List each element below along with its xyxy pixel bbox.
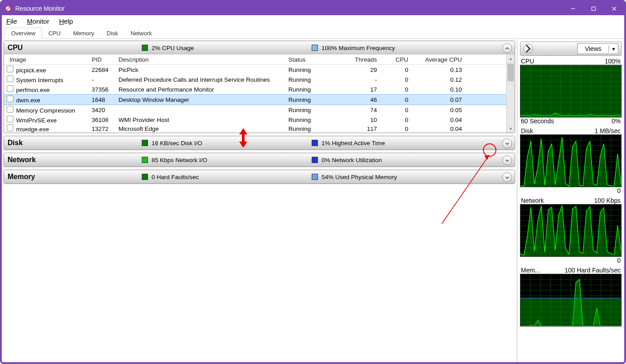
tab-overview[interactable]: Overview bbox=[4, 28, 42, 39]
tab-memory[interactable]: Memory bbox=[67, 28, 101, 38]
disk-chart-block: Disk1 MB/sec 0 bbox=[520, 127, 622, 194]
row-checkbox[interactable] bbox=[7, 96, 13, 102]
collapse-cpu-button[interactable] bbox=[502, 43, 512, 53]
row-checkbox[interactable] bbox=[7, 125, 13, 131]
process-table-header[interactable]: Image PID Description Status Threads CPU… bbox=[4, 54, 506, 65]
tab-disk[interactable]: Disk bbox=[101, 28, 124, 38]
col-avgcpu[interactable]: Average CPU bbox=[414, 56, 467, 63]
expand-disk-button[interactable] bbox=[502, 138, 512, 148]
col-threads[interactable]: Threads bbox=[338, 56, 382, 63]
disk-chart bbox=[520, 134, 622, 187]
row-checkbox[interactable] bbox=[7, 106, 13, 113]
tab-cpu[interactable]: CPU bbox=[42, 28, 67, 38]
process-row[interactable]: Memory Compression3420Running7400.05 bbox=[4, 105, 506, 115]
cpu-section-title: CPU bbox=[8, 44, 142, 52]
network-section-header[interactable]: Network 85 Kbps Network I/O 0% Network U… bbox=[4, 153, 515, 167]
disk-chart-title: Disk bbox=[521, 127, 533, 134]
net-chart-title: Network bbox=[521, 197, 544, 204]
col-image[interactable]: Image bbox=[9, 56, 26, 63]
process-row[interactable]: picpick.exe22684PicPickRunning2900.13 bbox=[4, 65, 506, 75]
menu-monitor[interactable]: Monitor bbox=[25, 17, 51, 26]
process-row[interactable]: WmiPrvSE.exe36108WMI Provider HostRunnin… bbox=[4, 115, 506, 125]
cpu-section: CPU 2% CPU Usage 100% Maximum Frequency … bbox=[4, 41, 515, 133]
network-chart bbox=[520, 204, 622, 257]
process-row[interactable]: dwm.exe1648Desktop Window ManagerRunning… bbox=[4, 94, 506, 105]
row-checkbox[interactable] bbox=[7, 66, 13, 72]
network-chart-block: Network100 Kbps 0 bbox=[520, 197, 622, 264]
minimize-button[interactable] bbox=[563, 2, 583, 15]
disk-section-header[interactable]: Disk 16 KB/sec Disk I/O 1% Highest Activ… bbox=[4, 136, 515, 150]
disk-section: Disk 16 KB/sec Disk I/O 1% Highest Activ… bbox=[4, 136, 515, 150]
main-panel: CPU 2% CPU Usage 100% Maximum Frequency … bbox=[2, 39, 517, 362]
memory-section-header[interactable]: Memory 0 Hard Faults/sec 54% Used Physic… bbox=[4, 170, 515, 184]
memory-section: Memory 0 Hard Faults/sec 54% Used Physic… bbox=[4, 170, 515, 184]
net-chart-max: 100 Kbps bbox=[594, 197, 621, 204]
process-table: Image PID Description Status Threads CPU… bbox=[4, 54, 506, 133]
tab-network[interactable]: Network bbox=[124, 28, 158, 38]
window-title: Resource Monitor bbox=[15, 5, 65, 12]
disk-io-stat: 16 KB/sec Disk I/O bbox=[142, 140, 312, 146]
scroll-up-button[interactable]: ▴ bbox=[507, 54, 515, 63]
sidebar-top-bar: Views ▾ bbox=[520, 42, 622, 56]
menu-file[interactable]: File bbox=[4, 17, 19, 26]
app-icon bbox=[4, 5, 12, 12]
cpu-chart-max: 100% bbox=[605, 58, 621, 65]
row-checkbox[interactable] bbox=[7, 75, 13, 82]
svg-rect-3 bbox=[592, 7, 595, 10]
memory-section-title: Memory bbox=[8, 173, 142, 181]
resource-monitor-window: Resource Monitor File Monitor Help Overv… bbox=[0, 0, 626, 364]
col-desc[interactable]: Description bbox=[118, 56, 288, 63]
chevron-down-icon: ▾ bbox=[609, 46, 618, 52]
disk-active-stat: 1% Highest Active Time bbox=[312, 140, 385, 146]
net-chart-zero: 0 bbox=[617, 257, 621, 264]
xaxis-label: 60 Seconds bbox=[521, 117, 554, 125]
cpu-chart bbox=[520, 65, 622, 117]
memory-chart bbox=[520, 274, 622, 326]
tab-bar: Overview CPU Memory Disk Network bbox=[2, 27, 624, 39]
close-button[interactable] bbox=[604, 2, 624, 15]
views-dropdown[interactable]: Views ▾ bbox=[577, 43, 618, 54]
expand-memory-button[interactable] bbox=[502, 172, 512, 182]
mem-used-stat: 54% Used Physical Memory bbox=[312, 174, 397, 180]
disk-chart-zero: 0 bbox=[617, 187, 621, 194]
cpu-usage-stat: 2% CPU Usage bbox=[142, 45, 312, 51]
cpu-chart-block: CPU100% 60 Seconds0% bbox=[520, 58, 622, 125]
titlebar[interactable]: Resource Monitor bbox=[2, 2, 624, 15]
col-pid[interactable]: PID bbox=[92, 56, 118, 63]
process-row[interactable]: System Interrupts-Deferred Procedure Cal… bbox=[4, 75, 506, 84]
network-section-title: Network bbox=[8, 156, 142, 164]
expand-network-button[interactable] bbox=[502, 155, 512, 165]
mem-faults-stat: 0 Hard Faults/sec bbox=[142, 174, 312, 180]
sidebar-nav-button[interactable] bbox=[523, 44, 533, 54]
process-row[interactable]: perfmon.exe37356Resource and Performance… bbox=[4, 84, 506, 94]
views-label: Views bbox=[578, 45, 609, 52]
cpu-section-header[interactable]: CPU 2% CPU Usage 100% Maximum Frequency bbox=[4, 41, 515, 54]
menu-help[interactable]: Help bbox=[57, 17, 75, 26]
scroll-thumb[interactable] bbox=[508, 63, 514, 81]
scroll-down-button[interactable]: ▾ bbox=[507, 125, 515, 133]
net-util-stat: 0% Network Utilization bbox=[312, 157, 382, 163]
xaxis-zero: 0% bbox=[612, 117, 621, 125]
process-row[interactable]: msedge.exe13272Microsoft EdgeRunning1170… bbox=[4, 125, 506, 133]
network-section: Network 85 Kbps Network I/O 0% Network U… bbox=[4, 153, 515, 167]
mem-chart-max: 100 Hard Faults/sec bbox=[565, 267, 621, 274]
net-io-stat: 85 Kbps Network I/O bbox=[142, 157, 312, 163]
process-table-scrollbar[interactable]: ▴ ▾ bbox=[506, 54, 515, 133]
row-checkbox[interactable] bbox=[7, 85, 13, 92]
cpu-chart-title: CPU bbox=[521, 58, 534, 65]
menubar: File Monitor Help bbox=[2, 15, 624, 27]
col-status[interactable]: Status bbox=[288, 56, 338, 63]
cpu-maxfreq-stat: 100% Maximum Frequency bbox=[312, 45, 395, 51]
disk-chart-max: 1 MB/sec bbox=[595, 127, 621, 134]
memory-chart-block: Mem...100 Hard Faults/sec bbox=[520, 267, 622, 326]
chart-sidebar: Views ▾ CPU100% 60 Seconds0% Disk1 MB/se… bbox=[517, 39, 624, 362]
maximize-button[interactable] bbox=[583, 2, 604, 15]
mem-chart-title: Mem... bbox=[521, 267, 540, 274]
col-cpu[interactable]: CPU bbox=[382, 56, 414, 63]
row-checkbox[interactable] bbox=[7, 116, 13, 122]
disk-section-title: Disk bbox=[8, 139, 142, 147]
